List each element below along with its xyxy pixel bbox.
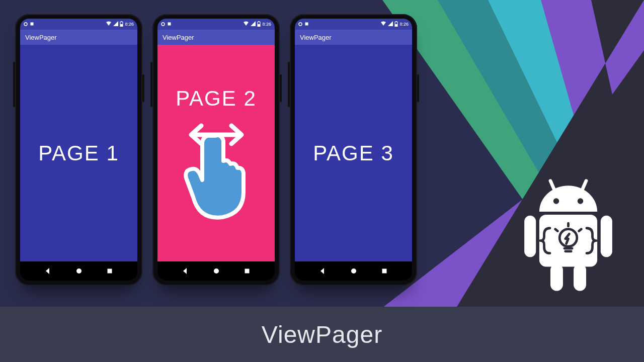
svg-rect-29 (550, 264, 563, 291)
svg-point-20 (351, 268, 356, 274)
status-time: 8:26 (399, 22, 409, 27)
nav-back-icon[interactable] (182, 267, 189, 275)
nav-back-icon[interactable] (44, 267, 51, 275)
debug-icon (167, 22, 172, 27)
banner-title: ViewPager (262, 321, 382, 348)
nav-recent-icon[interactable] (381, 267, 388, 275)
app-title: ViewPager (25, 34, 57, 41)
wifi-icon (243, 21, 249, 27)
svg-rect-18 (396, 21, 397, 22)
nav-home-icon[interactable] (350, 267, 357, 275)
svg-rect-8 (168, 22, 171, 25)
thumbnail-stage: ViewPager (0, 0, 644, 362)
svg-rect-21 (382, 269, 387, 274)
svg-rect-27 (524, 216, 536, 257)
svg-rect-30 (574, 264, 586, 291)
app-bar: ViewPager (20, 30, 137, 45)
svg-point-25 (578, 198, 584, 204)
svg-point-0 (24, 23, 27, 26)
svg-rect-6 (108, 269, 112, 274)
svg-rect-10 (259, 21, 260, 22)
fan-blade-teal (438, 0, 644, 352)
svg-rect-1 (31, 22, 34, 25)
svg-rect-16 (305, 22, 308, 25)
svg-point-24 (553, 198, 559, 204)
phone-row: 8:26 ViewPager PAGE 1 (15, 14, 417, 286)
nav-home-icon[interactable] (75, 267, 83, 275)
viewpager-page[interactable]: PAGE 3 (295, 45, 412, 261)
app-bar: ViewPager (157, 30, 275, 45)
app-title: ViewPager (163, 34, 194, 41)
status-bar: 8:26 (20, 19, 137, 30)
svg-point-7 (162, 23, 165, 26)
app-title: ViewPager (300, 34, 332, 41)
phone-screen: 8:26 ViewPager PAGE 1 (20, 19, 137, 281)
status-time: 8:26 (125, 22, 134, 27)
phone-mockup: 8:26 ViewPager PAGE 1 (15, 14, 142, 286)
svg-point-5 (76, 268, 82, 274)
viewpager-page[interactable]: PAGE 1 (20, 45, 137, 261)
debug-icon (30, 22, 34, 27)
signal-icon (251, 21, 256, 27)
android-nav-bar (157, 261, 275, 281)
viewpager-page[interactable]: PAGE 2 (157, 45, 275, 261)
svg-rect-11 (258, 24, 260, 27)
status-dot-icon (161, 22, 165, 27)
svg-line-36 (579, 229, 582, 231)
status-dot-icon (298, 22, 302, 27)
nav-back-icon[interactable] (319, 267, 326, 275)
debug-icon (304, 22, 309, 27)
status-bar: 8:26 (295, 19, 412, 30)
android-nav-bar (20, 261, 137, 281)
phone-screen: 8:26 ViewPager PAGE 2 (157, 19, 275, 281)
svg-point-15 (299, 23, 302, 26)
app-bar: ViewPager (295, 30, 412, 45)
nav-home-icon[interactable] (213, 267, 220, 275)
wifi-icon (380, 21, 386, 27)
svg-rect-28 (601, 216, 612, 257)
phone-mockup: 8:26 ViewPager PAGE 3 (290, 14, 417, 286)
status-bar: 8:26 (157, 19, 275, 30)
title-banner: ViewPager (0, 307, 644, 362)
phone-mockup: 8:26 ViewPager PAGE 2 (152, 14, 280, 286)
battery-icon (257, 21, 261, 28)
svg-rect-3 (121, 21, 122, 22)
swipe-gesture-icon (176, 120, 257, 220)
android-nav-bar (295, 261, 412, 281)
battery-icon (120, 21, 123, 28)
status-dot-icon (24, 22, 28, 27)
page-label: PAGE 1 (38, 141, 119, 165)
svg-rect-14 (245, 269, 250, 274)
page-label: PAGE 2 (176, 86, 257, 111)
signal-icon (388, 21, 393, 27)
android-robot-logo (512, 177, 625, 298)
nav-recent-icon[interactable] (244, 267, 251, 275)
signal-icon (113, 21, 118, 27)
phone-screen: 8:26 ViewPager PAGE 3 (295, 19, 412, 281)
wifi-icon (106, 21, 112, 27)
svg-rect-19 (395, 24, 397, 27)
svg-line-35 (555, 229, 558, 231)
svg-rect-4 (120, 24, 123, 27)
battery-icon (394, 21, 398, 28)
page-label: PAGE 3 (313, 141, 394, 165)
status-time: 8:26 (262, 22, 271, 27)
svg-point-13 (214, 268, 219, 274)
nav-recent-icon[interactable] (106, 267, 113, 275)
